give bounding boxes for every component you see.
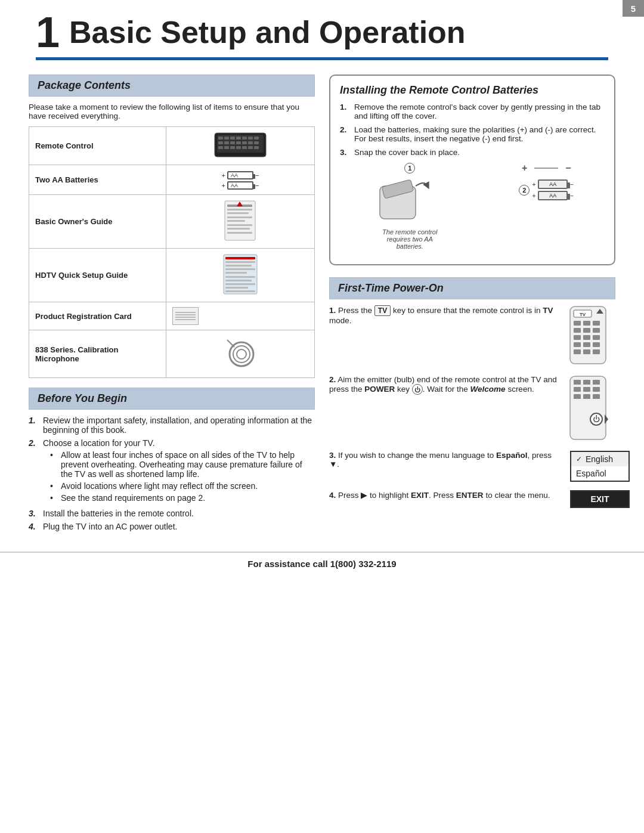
bullet-item: • See the stand requirements on page 2. [50, 493, 315, 503]
step-number: 3. [340, 148, 351, 157]
bullet-text: See the stand requirements on page 2. [61, 493, 205, 503]
package-table: Remote Control [29, 126, 315, 378]
svg-text:TV: TV [580, 312, 586, 317]
svg-rect-55 [583, 321, 590, 326]
install-step: 1. Remove the remote control's back cove… [340, 103, 605, 120]
item-img-card [166, 302, 314, 330]
svg-rect-4 [230, 137, 235, 140]
svg-rect-15 [254, 141, 259, 144]
power-step-1-text: 1. Press the TV key to ensure that the r… [329, 305, 562, 325]
exit-menu: EXIT [570, 490, 630, 508]
svg-rect-66 [574, 349, 581, 354]
chapter-number: 1 [36, 11, 60, 54]
svg-rect-62 [593, 335, 600, 340]
list-item: 2. Choose a location for your TV. • Allo… [29, 438, 315, 505]
item-img-hdtv [166, 249, 314, 302]
bullet-text: Allow at least four inches of space on a… [61, 450, 315, 479]
step-number: 2. [29, 438, 39, 505]
svg-rect-22 [254, 146, 259, 149]
svg-rect-65 [593, 342, 600, 347]
svg-rect-14 [248, 141, 253, 144]
svg-rect-77 [574, 394, 581, 399]
item-img-mic [166, 330, 314, 378]
svg-rect-30 [227, 228, 250, 230]
item-name-guide: Basic Owner's Guide [29, 195, 166, 249]
svg-line-48 [227, 340, 234, 347]
table-row: 838 Series. Calibration Microphone [29, 330, 315, 378]
power-key-symbol: ⏻ [412, 384, 423, 395]
diagram-note: The remote control requires two AA batte… [377, 228, 442, 250]
svg-rect-58 [583, 328, 590, 333]
before-you-begin-section: Before You Begin 1. Review the important… [29, 388, 315, 531]
svg-rect-21 [248, 146, 253, 149]
svg-rect-3 [224, 137, 229, 140]
remote-back-cover-diagram [374, 177, 445, 225]
owners-guide-icon [224, 200, 256, 241]
remote-control-icon [213, 132, 267, 158]
right-column: Installing the Remote Control Batteries … [329, 75, 615, 535]
page-number: 5 [623, 0, 644, 17]
svg-rect-70 [570, 376, 606, 439]
svg-rect-2 [218, 137, 223, 140]
svg-text:⏻: ⏻ [593, 415, 600, 423]
svg-rect-38 [225, 272, 247, 274]
svg-rect-67 [583, 349, 590, 354]
svg-rect-35 [225, 261, 255, 263]
item-img-remote [166, 127, 314, 165]
exit-label: EXIT [571, 491, 628, 507]
item-img-guide [166, 195, 314, 249]
svg-rect-13 [242, 141, 247, 144]
checkmark-icon: ✓ [576, 455, 582, 463]
list-item: 1. Review the important safety, installa… [29, 416, 315, 435]
bullet-text: Avoid locations where light may reflect … [61, 481, 258, 491]
footer-text: For assistance call 1(800) 332-2119 [247, 559, 396, 569]
lang-espanol: Español [571, 466, 628, 481]
main-content: Package Contents Please take a moment to… [0, 60, 644, 535]
power-step-3: 3. If you wish to change the menu langua… [329, 451, 615, 482]
list-item: 4. Plug the TV into an AC power outlet. [29, 522, 315, 531]
bullet-dot: • [50, 493, 57, 503]
svg-rect-10 [224, 141, 229, 144]
svg-rect-43 [225, 290, 255, 292]
exit-menu-image: EXIT [568, 490, 615, 508]
bullet-dot: • [50, 481, 57, 491]
svg-rect-6 [242, 137, 247, 140]
svg-rect-19 [236, 146, 241, 149]
bullet-item: • Allow at least four inches of space on… [50, 450, 315, 479]
bullet-item: • Avoid locations where light may reflec… [50, 481, 315, 491]
item-img-batteries: + AA − + AA − [166, 165, 314, 195]
svg-rect-72 [583, 380, 590, 385]
item-name-mic: 838 Series. Calibration Microphone [29, 330, 166, 378]
language-menu: ✓ English Español [570, 451, 630, 482]
step-text: Plug the TV into an AC power outlet. [43, 522, 177, 531]
power-step-2: 2. Aim the emitter (bulb) end of the rem… [329, 375, 615, 442]
remote-tv-mode-image: TV [568, 305, 615, 367]
svg-rect-36 [225, 265, 252, 267]
svg-rect-40 [225, 280, 252, 281]
diagram-step1: 1 [404, 163, 415, 174]
install-steps-list: 1. Remove the remote control's back cove… [340, 103, 605, 157]
svg-rect-42 [225, 287, 248, 289]
svg-point-45 [233, 346, 250, 363]
svg-rect-18 [230, 146, 235, 149]
svg-rect-12 [236, 141, 241, 144]
step-text-with-bullets: Choose a location for your TV. • Allow a… [43, 438, 315, 505]
remote-power-sketch: ⏻ [568, 375, 608, 441]
svg-rect-8 [254, 137, 259, 140]
svg-rect-75 [583, 387, 590, 392]
step-number: 3. [29, 509, 39, 518]
svg-rect-60 [574, 335, 581, 340]
footer-bar: For assistance call 1(800) 332-2119 [0, 552, 644, 575]
minus-symbol: − [565, 163, 571, 174]
power-step-3-text: 3. If you wish to change the menu langua… [329, 451, 562, 469]
diagram-step2: 2 [519, 185, 530, 196]
package-contents-intro: Please take a moment to review the follo… [29, 103, 315, 120]
power-step-2-text: 2. Aim the emitter (bulb) end of the rem… [329, 375, 562, 395]
step-number: 4. [29, 522, 39, 531]
svg-rect-16 [218, 146, 223, 149]
step-num: 1. [329, 306, 336, 315]
installing-batteries-section: Installing the Remote Control Batteries … [329, 75, 615, 265]
item-name-card: Product Registration Card [29, 302, 166, 330]
package-contents-heading: Package Contents [29, 75, 315, 97]
svg-rect-9 [218, 141, 223, 144]
